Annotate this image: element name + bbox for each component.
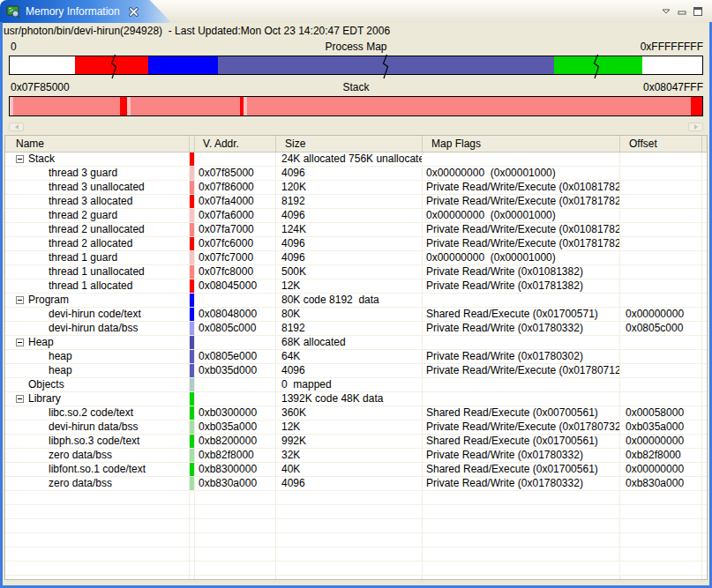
table-row[interactable]: Stack24K allocated 756K unallocated bbox=[5, 153, 707, 167]
empty-cell bbox=[195, 533, 276, 547]
row-name-label: Objects bbox=[5, 378, 64, 391]
size-cell: 64K bbox=[276, 350, 423, 363]
offset-cell: 0x00000000 bbox=[620, 308, 702, 321]
row-name-label: thread 3 unallocated bbox=[5, 181, 145, 194]
name-cell: thread 3 unallocated bbox=[5, 181, 190, 194]
name-cell: libph.so.3 code/text bbox=[5, 435, 190, 448]
table-row[interactable]: thread 2 guard0x07fa600040960x00000000 (… bbox=[5, 209, 707, 223]
name-cell: thread 3 guard bbox=[5, 167, 190, 180]
table-row[interactable]: libc.so.2 code/text0xb0300000360KShared … bbox=[5, 406, 707, 421]
size-cell: 68K allocated bbox=[276, 336, 423, 349]
name-cell: Objects bbox=[5, 378, 190, 391]
empty-cell bbox=[620, 505, 702, 518]
empty-cell bbox=[276, 491, 423, 504]
vaddr-cell bbox=[195, 336, 276, 349]
view-menu-chevron-icon[interactable] bbox=[659, 5, 673, 17]
name-cell: thread 2 allocated bbox=[5, 237, 190, 250]
name-cell: Stack bbox=[5, 153, 190, 166]
name-cell: thread 1 allocated bbox=[5, 279, 190, 293]
process-map-bar[interactable] bbox=[9, 56, 703, 75]
offset-cell bbox=[620, 181, 702, 194]
row-name-label: devi-hirun data/bss bbox=[5, 322, 138, 335]
map-segment-thread-2-unallocated[interactable] bbox=[131, 97, 241, 115]
filler-cell bbox=[702, 336, 707, 349]
table-row[interactable]: zero data/bss0xb82f800032KPrivate Read/W… bbox=[5, 449, 707, 463]
map-segment-thread-1-allocated[interactable] bbox=[691, 97, 702, 115]
empty-cell bbox=[195, 519, 276, 532]
tree-collapse-icon[interactable] bbox=[16, 296, 24, 304]
table-row[interactable]: thread 3 guard0x07f8500040960x00000000 (… bbox=[5, 167, 707, 181]
table-row[interactable]: devi-hirun code/text0x0804800080KShared … bbox=[5, 308, 707, 322]
empty-cell bbox=[620, 547, 702, 561]
empty-cell bbox=[423, 519, 620, 532]
table-header-row: Name V. Addr. Size Map Flags Offset bbox=[5, 136, 707, 153]
offset-cell: 0xb830a000 bbox=[620, 477, 702, 490]
table-row-empty bbox=[5, 576, 707, 580]
filler-cell bbox=[702, 308, 707, 321]
map-flags-cell: Shared Read/Execute (0x00700561) bbox=[423, 406, 620, 420]
map-segment-high-unused[interactable] bbox=[642, 56, 702, 74]
table-row[interactable]: libph.so.3 code/text0xb8200000992KShared… bbox=[5, 435, 707, 449]
column-header-vaddr[interactable]: V. Addr. bbox=[195, 136, 276, 152]
column-header-name[interactable]: Name bbox=[5, 136, 190, 152]
tree-collapse-icon[interactable] bbox=[16, 339, 24, 346]
offset-cell bbox=[620, 251, 702, 264]
table-row[interactable]: zero data/bss0xb830a0004096Private Read/… bbox=[5, 477, 707, 491]
process-map-start-address: 0 bbox=[11, 41, 17, 53]
table-row[interactable]: libfont.so.1 code/text0xb830000040KShare… bbox=[5, 463, 707, 477]
map-flags-cell: Private Read/Write/Execute (0x01081782) bbox=[423, 181, 620, 194]
empty-cell bbox=[195, 491, 276, 504]
table-row[interactable]: thread 2 unallocated0x07fa7000124KPrivat… bbox=[5, 223, 707, 237]
table-row[interactable]: devi-hirun data/bss0x0805c0008192Private… bbox=[5, 322, 707, 336]
stack-map-bar[interactable] bbox=[9, 96, 703, 116]
empty-cell bbox=[5, 533, 190, 547]
empty-cell bbox=[276, 519, 423, 532]
table-row[interactable]: thread 1 unallocated0x07fc8000500KPrivat… bbox=[5, 265, 707, 279]
size-cell: 120K bbox=[276, 181, 423, 194]
column-header-offset[interactable]: Offset bbox=[620, 136, 702, 152]
table-row[interactable]: heap0x0805e00064KPrivate Read/Write (0x0… bbox=[5, 350, 707, 364]
table-row[interactable]: thread 1 allocated0x0804500012KPrivate R… bbox=[5, 279, 707, 294]
size-cell: 12K bbox=[276, 421, 423, 434]
table-row[interactable]: Program80K code 8192 data bbox=[5, 294, 707, 308]
vaddr-cell bbox=[195, 378, 276, 391]
empty-cell bbox=[5, 519, 190, 532]
filler-cell bbox=[702, 251, 707, 264]
table-row[interactable]: Objects0 mapped bbox=[5, 378, 707, 392]
scroll-left-button[interactable] bbox=[9, 123, 24, 131]
empty-cell bbox=[5, 562, 190, 575]
process-map-labels: 0 Process Map 0xFFFFFFFF bbox=[9, 41, 703, 53]
map-segment-thread-1-unallocated[interactable] bbox=[247, 97, 691, 115]
close-icon[interactable] bbox=[129, 7, 139, 17]
empty-cell bbox=[5, 505, 190, 518]
table-row[interactable]: thread 1 guard0x07fc700040960x00000000 (… bbox=[5, 251, 707, 265]
filler-cell bbox=[702, 378, 707, 391]
column-header-mapflags[interactable]: Map Flags bbox=[423, 136, 620, 152]
tree-collapse-icon[interactable] bbox=[16, 395, 24, 403]
name-cell: heap bbox=[5, 364, 190, 377]
column-header-size[interactable]: Size bbox=[276, 136, 423, 152]
scroll-right-button[interactable] bbox=[688, 123, 703, 131]
map-segment-low-unused[interactable] bbox=[10, 56, 75, 74]
empty-cell bbox=[423, 505, 620, 518]
table-row[interactable]: Heap68K allocated bbox=[5, 336, 707, 350]
map-segment-program[interactable] bbox=[148, 56, 218, 74]
offset-cell bbox=[620, 279, 702, 293]
filler-cell bbox=[702, 322, 707, 335]
tree-collapse-icon[interactable] bbox=[16, 155, 24, 163]
table-row[interactable]: thread 3 allocated0x07fa40008192Private … bbox=[5, 195, 707, 209]
vaddr-cell: 0x08048000 bbox=[195, 308, 276, 321]
empty-cell bbox=[276, 547, 423, 561]
table-row[interactable]: devi-hirun data/bss0xb035a00012KPrivate … bbox=[5, 421, 707, 435]
map-segment-thread-3-unallocated[interactable] bbox=[13, 97, 120, 115]
row-name-label: devi-hirun code/text bbox=[5, 308, 141, 321]
minimize-icon[interactable] bbox=[675, 5, 689, 17]
map-segment-thread-3-allocated[interactable] bbox=[120, 97, 127, 115]
filler-cell bbox=[702, 153, 707, 166]
table-row[interactable]: thread 3 unallocated0x07f86000120KPrivat… bbox=[5, 181, 707, 195]
table-row[interactable]: Library1392K code 48K data bbox=[5, 392, 707, 406]
maximize-icon[interactable] bbox=[691, 5, 705, 17]
table-row[interactable]: thread 2 allocated0x07fc60004096Private … bbox=[5, 237, 707, 251]
table-row[interactable]: heap0xb035d0004096Private Read/Write/Exe… bbox=[5, 364, 707, 378]
tab-memory-information[interactable]: Memory Information bbox=[0, 0, 141, 23]
